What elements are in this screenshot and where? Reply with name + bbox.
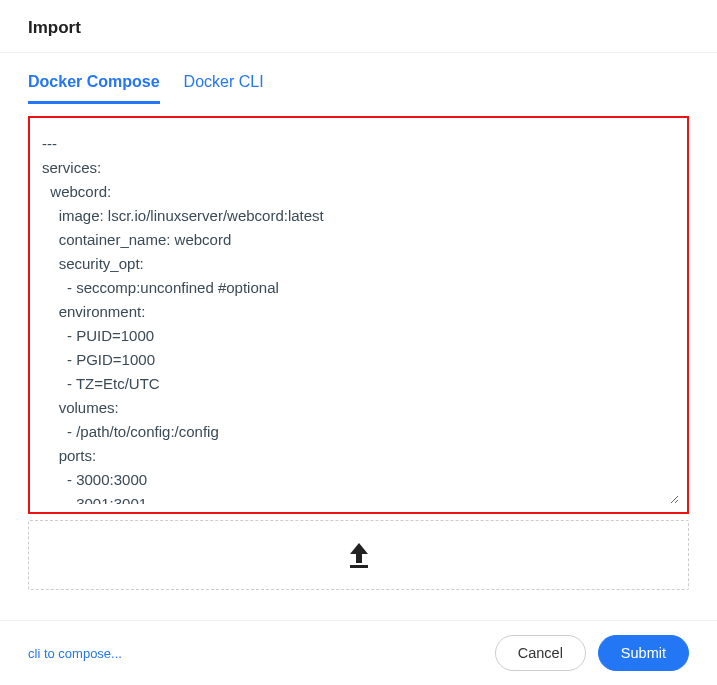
dialog-title: Import xyxy=(28,18,689,38)
submit-button[interactable]: Submit xyxy=(598,635,689,671)
upload-dropzone[interactable] xyxy=(28,520,689,590)
dialog-content xyxy=(0,104,717,620)
svg-rect-0 xyxy=(350,565,368,568)
dialog-header: Import xyxy=(0,0,717,53)
upload-icon xyxy=(346,541,372,569)
dialog-footer: cli to compose... Cancel Submit xyxy=(0,620,717,685)
cancel-button[interactable]: Cancel xyxy=(495,635,586,671)
compose-editor-frame xyxy=(28,116,689,514)
compose-editor[interactable] xyxy=(38,126,679,504)
import-dialog: Import Docker Compose Docker CLI cli to … xyxy=(0,0,717,685)
tab-docker-compose[interactable]: Docker Compose xyxy=(28,73,160,104)
tab-docker-cli[interactable]: Docker CLI xyxy=(184,73,264,104)
tab-bar: Docker Compose Docker CLI xyxy=(0,53,717,104)
cli-to-compose-link[interactable]: cli to compose... xyxy=(28,646,122,661)
